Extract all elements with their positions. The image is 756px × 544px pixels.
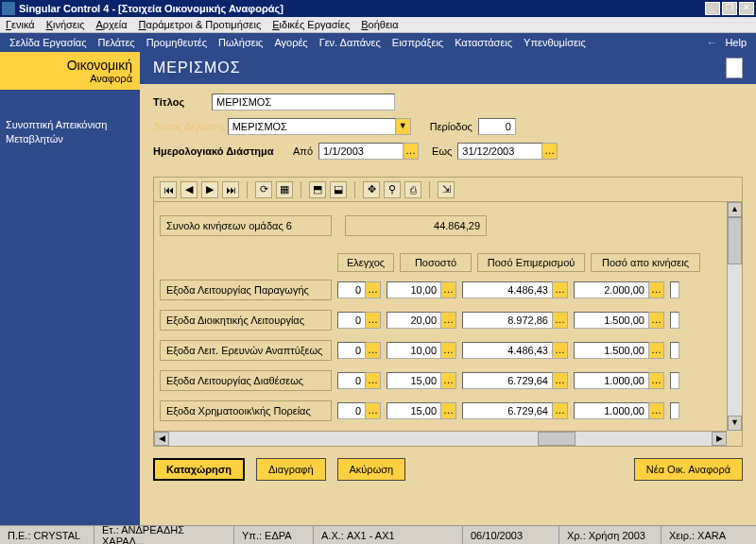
row-tail-input[interactable] [670,281,679,298]
tool-icon[interactable]: ✥ [363,181,380,198]
pct-cell[interactable] [387,372,456,389]
pct-picker-icon[interactable] [441,312,456,329]
check-cell[interactable] [337,342,381,359]
nav-receipts[interactable]: Εισπράξεις [392,37,443,48]
nav-customers[interactable]: Πελάτες [98,37,135,48]
grid-icon[interactable]: ▦ [276,181,293,198]
mov-cell[interactable] [574,312,664,329]
check-picker-icon[interactable] [366,372,381,389]
decl-type-input[interactable] [228,118,396,135]
mov-input[interactable] [574,312,649,329]
pct-cell[interactable] [387,402,456,419]
menu-params[interactable]: Παράμετροι & Προτιμήσεις [139,19,262,30]
next-record-icon[interactable]: ▶ [201,181,218,198]
delete-button[interactable]: Διαγραφή [256,458,326,481]
title-input[interactable] [212,94,395,110]
check-input[interactable] [337,372,366,389]
check-picker-icon[interactable] [366,402,381,419]
alloc-input[interactable] [462,402,553,419]
first-record-icon[interactable]: ⏮ [160,181,177,198]
close-button[interactable]: ✕ [739,2,754,15]
mov-picker-icon[interactable] [649,342,664,359]
pct-picker-icon[interactable] [441,342,456,359]
last-record-icon[interactable]: ⏭ [222,181,239,198]
nav-reminders[interactable]: Υπενθυμίσεις [524,37,586,48]
pct-input[interactable] [387,372,441,389]
period-input[interactable] [478,118,516,135]
scroll-left-icon[interactable]: ◀ [154,432,169,446]
nav-reports[interactable]: Καταστάσεις [455,37,512,48]
sidebar-link-summary[interactable]: Συνοπτική Απεικόνιση Μεταβλητών [6,119,107,144]
restore-button[interactable]: ❐ [722,2,737,15]
date-to-input[interactable] [457,143,542,160]
mov-cell[interactable] [574,372,664,389]
alloc-picker-icon[interactable] [553,281,568,298]
date-from-input[interactable] [318,143,404,160]
alloc-cell[interactable] [462,342,568,359]
row-tail-input[interactable] [670,342,679,359]
pct-picker-icon[interactable] [441,372,456,389]
mov-picker-icon[interactable] [649,312,664,329]
check-cell[interactable] [337,281,381,298]
alloc-input[interactable] [462,281,553,298]
alloc-cell[interactable] [462,312,568,329]
mov-input[interactable] [574,372,649,389]
pct-input[interactable] [387,281,441,298]
alloc-input[interactable] [462,342,553,359]
pct-picker-icon[interactable] [441,281,456,298]
nav-purchases[interactable]: Αγορές [274,37,307,48]
nav-sales[interactable]: Πωλήσεις [218,37,263,48]
alloc-picker-icon[interactable] [553,402,568,419]
pct-cell[interactable] [387,281,456,298]
row-tail-input[interactable] [670,402,679,419]
scroll-down-icon[interactable]: ▼ [728,416,742,431]
vertical-scrollbar[interactable]: ▲ ▼ [727,202,742,431]
nav-expenses[interactable]: Γεν. Δαπάνες [319,37,381,48]
check-picker-icon[interactable] [366,342,381,359]
mov-cell[interactable] [574,281,664,298]
mov-input[interactable] [574,281,649,298]
scroll-up-icon[interactable]: ▲ [728,202,742,217]
menu-movements[interactable]: Κινήσεις [46,19,85,30]
back-arrow-icon[interactable]: ← [706,36,717,49]
check-input[interactable] [337,342,366,359]
pct-cell[interactable] [387,342,456,359]
search-icon[interactable]: ⚲ [384,181,401,198]
scroll-right-icon[interactable]: ▶ [712,432,727,446]
nav-help[interactable]: Help [725,37,747,48]
alloc-picker-icon[interactable] [553,372,568,389]
minimize-button[interactable]: _ [705,2,720,15]
export-icon[interactable]: ⇲ [438,181,455,198]
nav-suppliers[interactable]: Προμηθευτές [146,37,207,48]
cancel-button[interactable]: Ακύρωση [337,458,406,481]
date-to-field[interactable] [457,143,558,160]
pct-cell[interactable] [387,312,456,329]
row-tail-input[interactable] [670,372,679,389]
check-cell[interactable] [337,402,381,419]
mov-picker-icon[interactable] [649,402,664,419]
decl-type-combo[interactable] [228,118,411,135]
mov-cell[interactable] [574,402,664,419]
view1-icon[interactable]: ⬒ [309,181,326,198]
print-icon[interactable]: ⎙ [404,181,421,198]
horizontal-scrollbar[interactable]: ◀ ▶ [154,431,727,446]
hscroll-thumb[interactable] [538,432,576,446]
prev-record-icon[interactable]: ◀ [180,181,198,198]
alloc-picker-icon[interactable] [553,342,568,359]
save-button[interactable]: Καταχώρηση [153,458,245,481]
menu-help[interactable]: Βοήθεια [361,19,398,30]
menu-special[interactable]: Ειδικές Εργασίες [272,19,350,30]
nav-workpage[interactable]: Σελίδα Εργασίας [9,37,87,48]
alloc-input[interactable] [462,372,553,389]
mov-cell[interactable] [574,342,664,359]
alloc-input[interactable] [462,312,553,329]
pct-input[interactable] [387,312,441,329]
check-cell[interactable] [337,372,381,389]
refresh-icon[interactable]: ⟳ [255,181,272,198]
menu-general[interactable]: Γενικά [6,19,35,30]
check-input[interactable] [337,402,366,419]
mov-input[interactable] [574,402,649,419]
pct-input[interactable] [387,342,441,359]
alloc-picker-icon[interactable] [553,312,568,329]
mov-picker-icon[interactable] [649,281,664,298]
